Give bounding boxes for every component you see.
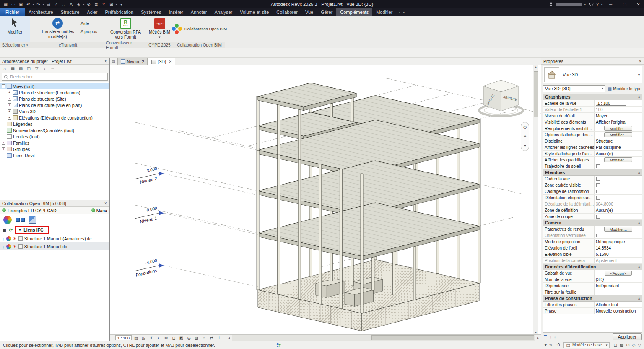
ribbon-tab-collaborer[interactable]: Collaborer xyxy=(273,8,301,16)
ribbon-tab-annoter[interactable]: Annoter xyxy=(187,8,211,16)
panel-label-select[interactable]: Sélectionner▾ xyxy=(0,42,30,48)
chevron-down-icon[interactable]: ▾ xyxy=(638,73,641,77)
property-checkbox[interactable] xyxy=(596,196,600,200)
ribbon-tab-volume-et-site[interactable]: Volume et site xyxy=(236,8,273,16)
property-edit-button[interactable]: Modifier... xyxy=(604,126,632,131)
expand-icon[interactable]: + xyxy=(2,147,5,151)
collapse-section-icon[interactable]: ∧ xyxy=(638,171,640,174)
viewcube[interactable]: DROITEARRIÈRE xyxy=(479,80,523,116)
property-value[interactable]: Afficher tout xyxy=(595,302,642,307)
import-icon[interactable]: ↓ xyxy=(2,236,5,241)
property-value[interactable]: 14.8534 xyxy=(595,245,642,251)
expand-icon[interactable]: + xyxy=(8,116,11,120)
scroll-right-icon[interactable]: ▸ xyxy=(535,336,541,340)
liens-ifc-section[interactable]: ▼ Liens IFC xyxy=(15,226,48,234)
reveal-hidden-icon[interactable]: ◎ xyxy=(185,335,192,341)
expand-icon[interactable]: + xyxy=(8,97,11,101)
switch-windows-icon[interactable]: ⊞ xyxy=(108,0,115,8)
close-icon[interactable]: ✕ xyxy=(639,59,642,63)
collapse-section-icon[interactable]: ∧ xyxy=(638,95,640,99)
view-instance-combo[interactable]: Vue 3D: {3D} ▾ xyxy=(543,85,605,92)
property-value[interactable]: 5.1590 xyxy=(595,251,642,257)
property-value[interactable]: Orthographique xyxy=(595,239,642,245)
tree-item[interactable]: Feuilles (tout) xyxy=(0,133,109,140)
scroll-down-icon[interactable]: ▾ xyxy=(533,331,539,334)
customize-qat-icon[interactable]: ▾ xyxy=(118,0,125,8)
constraints-icon[interactable]: ⊥ xyxy=(216,335,223,341)
expand-icon[interactable]: + xyxy=(2,141,5,145)
property-value[interactable]: Modifier... xyxy=(595,125,642,131)
ribbon-tab-architecture[interactable]: Architecture xyxy=(25,8,57,16)
view-tabs-menu-icon[interactable]: ▤ xyxy=(112,60,115,64)
property-section-graphismes[interactable]: Graphismes∧ xyxy=(543,94,642,100)
property-value[interactable]: 100 xyxy=(595,107,642,112)
view-tab-3d[interactable]: {3D}✕ xyxy=(148,58,175,65)
property-value[interactable] xyxy=(595,188,642,194)
views-icon[interactable]: ▦ xyxy=(10,65,16,72)
type-selector[interactable]: Vue 3D ▾ xyxy=(543,66,642,83)
default-3d-view-dropdown-icon[interactable]: ▾ xyxy=(83,3,84,6)
property-value[interactable] xyxy=(595,289,642,295)
settings-icon[interactable]: ≣ xyxy=(49,65,56,72)
properties-header[interactable]: Propriétés ✕ xyxy=(541,58,644,65)
property-value[interactable]: Ajustement xyxy=(595,258,642,263)
property-value[interactable]: Aucun(e) xyxy=(595,151,642,156)
help-menu-chevron-icon[interactable]: ▾ xyxy=(601,3,602,6)
collaboration-user[interactable]: Maria xyxy=(91,208,107,213)
ribbon-tab-analyser[interactable]: Analyser xyxy=(210,8,236,16)
property-value[interactable]: Indépendant xyxy=(595,283,642,289)
import-bim-icon[interactable] xyxy=(29,216,36,224)
section-icon[interactable]: ⊘ xyxy=(85,0,92,8)
property-checkbox[interactable] xyxy=(596,215,600,219)
text-icon[interactable]: A xyxy=(68,0,75,8)
user-menu-chevron-icon[interactable]: ▾ xyxy=(584,3,586,6)
property-checkbox[interactable] xyxy=(596,164,600,168)
expand-icon[interactable]: + xyxy=(8,91,11,94)
property-value[interactable] xyxy=(595,163,642,169)
horizontal-scrollbar[interactable]: ◂ ▸ xyxy=(226,335,541,341)
property-value[interactable] xyxy=(595,176,642,182)
scroll-left-icon[interactable]: ◂ xyxy=(226,336,232,340)
property-value[interactable]: Aucun(e) xyxy=(595,207,642,213)
collapse-icon[interactable]: − xyxy=(2,84,5,88)
apply-button[interactable]: Appliquer xyxy=(613,333,642,340)
level-name[interactable]: Fondations xyxy=(135,268,158,278)
editable-only-icon[interactable]: ✎ xyxy=(549,343,553,347)
analytical-model-icon[interactable]: ⌂ xyxy=(200,335,208,341)
property-value[interactable]: 1 : 100 xyxy=(595,100,642,106)
measure-icon[interactable]: ∕ xyxy=(52,0,60,8)
collapse-section-icon[interactable]: ∧ xyxy=(638,221,640,225)
tab-display-options-icon[interactable]: ▭▾ xyxy=(399,8,405,16)
navbar-options-icon[interactable]: ▾ xyxy=(524,143,526,148)
design-options-pick-icon[interactable]: ◻ xyxy=(613,343,617,347)
property-checkbox[interactable] xyxy=(596,177,600,181)
close-hidden-windows-icon[interactable]: ✕ xyxy=(100,0,107,8)
scroll-up-icon[interactable]: ▴ xyxy=(533,65,539,69)
switch-windows-dropdown-icon[interactable]: ▾ xyxy=(116,3,117,6)
show-crop-icon[interactable]: ◻ xyxy=(170,335,177,341)
hscroll-thumb[interactable] xyxy=(371,335,534,340)
ribbon-tab-fichier[interactable]: Fichier xyxy=(0,8,25,16)
view-tab-niveau-2[interactable]: Niveau 2 xyxy=(117,58,148,65)
crop-view-icon[interactable]: ✂ xyxy=(163,335,170,341)
filter-icon[interactable]: ▽ xyxy=(34,65,40,72)
sun-path-icon[interactable]: ☀ xyxy=(148,335,155,341)
undo-dropdown-icon[interactable]: ▾ xyxy=(33,3,34,6)
collapse-arrow-icon[interactable]: ▼ xyxy=(18,228,21,232)
close-icon[interactable]: ✕ xyxy=(104,201,107,206)
etransmit-button[interactable]: ⇄ Transférer un/des modèle(s) xyxy=(37,17,78,40)
redo-dropdown-icon[interactable]: ▾ xyxy=(43,3,44,6)
level-name[interactable]: Niveau 2 xyxy=(139,176,157,185)
default-3d-view-icon[interactable]: ◈ xyxy=(75,0,82,8)
filter-icon[interactable]: ▽ xyxy=(638,343,641,347)
edit-type-button[interactable]: ▦ Modifier le type xyxy=(607,86,642,91)
import-icon[interactable]: ↓ xyxy=(2,244,5,249)
property-value[interactable] xyxy=(595,214,642,219)
restore-button[interactable]: ▢ xyxy=(619,0,630,8)
close-tab-icon[interactable]: ✕ xyxy=(169,60,172,64)
expand-icon[interactable]: + xyxy=(8,109,11,113)
property-value[interactable]: 304.8000 xyxy=(595,201,642,207)
tree-item[interactable]: Légendes xyxy=(0,121,109,127)
sort-icon[interactable]: ↕ xyxy=(42,65,48,72)
property-value[interactable]: Par discipline xyxy=(595,144,642,150)
